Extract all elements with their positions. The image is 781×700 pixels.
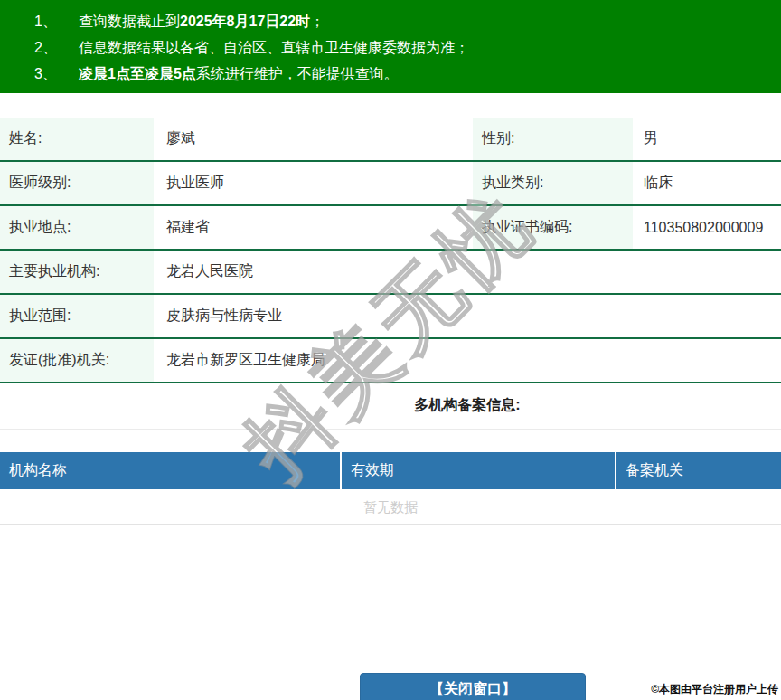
info-row-name-gender: 姓名: 廖斌 性别: 男: [0, 118, 781, 162]
field-label: 发证(批准)机关:: [0, 339, 154, 382]
notice-line-number: 1、: [34, 8, 79, 34]
field-label: 性别:: [473, 118, 633, 160]
records-col-header-institution: 机构名称: [0, 452, 340, 489]
records-table: 机构名称 有效期 备案机关 暂无数据: [0, 452, 781, 525]
field-value-location: 福建省: [154, 206, 473, 249]
field-label: 执业证书编码:: [473, 206, 633, 249]
notice-text: ；: [310, 14, 325, 29]
info-row-main-institution: 主要执业机构: 龙岩人民医院: [0, 251, 781, 295]
multi-institution-section-title: 多机构备案信息:: [0, 383, 781, 430]
field-label: 医师级别:: [0, 162, 154, 204]
info-row-practice-scope: 执业范围: 皮肤病与性病专业: [0, 295, 781, 339]
field-label: 执业地点:: [0, 206, 154, 249]
physician-info-table: 姓名: 廖斌 性别: 男 医师级别: 执业医师 执业类别: 临床 执业地点: 福…: [0, 118, 781, 383]
notice-line-1: 1、查询数据截止到2025年8月17日22时；: [34, 8, 781, 34]
records-col-header-authority: 备案机关: [615, 452, 781, 489]
field-value-issuing-authority: 龙岩市新罗区卫生健康局: [154, 339, 781, 382]
info-row-location-certno: 执业地点: 福建省 执业证书编码: 110350802000009: [0, 206, 781, 251]
notice-text: 查询数据截止到: [79, 14, 180, 29]
notice-line-number: 2、: [34, 34, 79, 61]
field-label: 执业范围:: [0, 295, 154, 337]
field-value-name: 廖斌: [154, 118, 473, 160]
info-row-level-category: 医师级别: 执业医师 执业类别: 临床: [0, 162, 781, 206]
physician-query-result-page: 1、查询数据截止到2025年8月17日22时； 2、信息数据结果以各省、自治区、…: [0, 0, 781, 700]
records-empty-placeholder: 暂无数据: [0, 489, 781, 525]
close-window-button[interactable]: 【关闭窗口】: [360, 673, 586, 700]
upload-attribution-note: ©本图由平台注册用户上传: [651, 682, 778, 697]
field-value-practice-scope: 皮肤病与性病专业: [154, 295, 781, 337]
notice-text-bold: 2025年8月17日22时: [180, 14, 310, 29]
notice-banner: 1、查询数据截止到2025年8月17日22时； 2、信息数据结果以各省、自治区、…: [0, 0, 781, 93]
notice-text: 系统进行维护，不能提供查询。: [196, 66, 399, 81]
info-row-issuing-authority: 发证(批准)机关: 龙岩市新罗区卫生健康局: [0, 339, 781, 383]
notice-line-2: 2、信息数据结果以各省、自治区、直辖市卫生健康委数据为准；: [34, 34, 781, 61]
field-value-level: 执业医师: [154, 162, 473, 204]
notice-text: 信息数据结果以各省、自治区、直辖市卫生健康委数据为准；: [79, 40, 469, 55]
records-header-row: 机构名称 有效期 备案机关: [0, 452, 781, 489]
field-label: 主要执业机构:: [0, 251, 154, 293]
records-col-header-validity: 有效期: [340, 452, 615, 489]
notice-line-number: 3、: [34, 61, 79, 87]
field-label: 执业类别:: [473, 162, 633, 204]
field-value-certificate-number: 110350802000009: [633, 206, 781, 249]
notice-line-3: 3、凌晨1点至凌晨5点系统进行维护，不能提供查询。: [34, 61, 781, 87]
notice-text-bold: 凌晨1点至凌晨5点: [79, 66, 196, 81]
field-value-category: 临床: [633, 162, 781, 204]
field-label: 姓名:: [0, 118, 154, 160]
field-value-gender: 男: [633, 118, 781, 160]
field-value-main-institution: 龙岩人民医院: [154, 251, 781, 293]
